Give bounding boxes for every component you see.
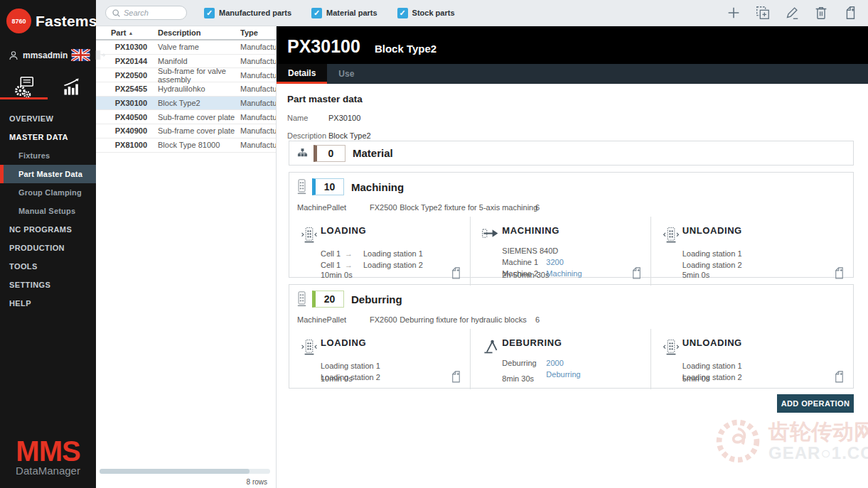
sidebar-item-help[interactable]: HELP <box>0 294 96 313</box>
cell-type: Manufactured <box>240 99 276 107</box>
cell-description: Hydraulilohko <box>147 85 240 93</box>
fixture-type: MachinePallet <box>297 315 368 324</box>
document-add-icon[interactable] <box>449 265 463 281</box>
program-link[interactable]: Machining <box>546 269 582 280</box>
edit-icon[interactable] <box>784 5 800 21</box>
step-title: LOADING <box>321 225 366 236</box>
operation-card-machining[interactable]: 10 Machining MachinePallet FX2500 Block … <box>289 172 854 278</box>
document-add-icon[interactable] <box>832 265 846 281</box>
operation-card-material[interactable]: 0 Material <box>289 141 854 166</box>
cell-description: Sub-frame cover plate <box>147 113 240 121</box>
table-row[interactable]: PX20500 Sub-frame for valve assembly Man… <box>96 68 276 82</box>
operation-header: 20 Deburring <box>289 285 853 308</box>
username-label: mmsadmin <box>23 50 68 60</box>
cell-part: PX40500 <box>96 113 147 121</box>
fixture-description: Deburring fixture for hydraulic blocks <box>400 315 527 324</box>
add-icon[interactable] <box>726 5 741 21</box>
document-add-icon[interactable] <box>630 265 643 281</box>
material-hierarchy-icon <box>297 148 308 158</box>
brand-logo: 8760 Fastems <box>0 0 96 33</box>
table-row[interactable]: PX81000 Block Type 81000 Manufactured <box>96 139 276 153</box>
fixture-row: MachinePallet FX2500 Block Type2 fixture… <box>289 195 853 217</box>
table-row[interactable]: PX25455 Hydraulilohko Manufactured <box>96 82 276 97</box>
duplicate-icon[interactable] <box>755 5 771 21</box>
sidebar-item-group-clamping[interactable]: Group Clamping <box>0 183 96 202</box>
step-duration: 10min 0s <box>321 271 353 279</box>
column-header-description[interactable]: Description <box>147 28 240 37</box>
fixture-count: 6 <box>535 315 540 324</box>
watermark-text-cn: 齿轮传动网 <box>768 420 868 443</box>
sidebar-item-nc-programs[interactable]: NC PROGRAMS <box>0 220 96 239</box>
tab-use[interactable]: Use <box>327 64 365 84</box>
operation-number: 20 <box>312 291 344 308</box>
mms-logo: MMS DataManager <box>0 439 96 477</box>
cell-description: Sub-frame cover plate <box>147 126 240 135</box>
sidebar-item-part-master-data[interactable]: Part Master Data <box>0 165 96 183</box>
field-value: Block Type2 <box>328 131 371 140</box>
cell-part: PX20500 <box>96 71 147 80</box>
add-operation-button[interactable]: ADD OPERATION <box>777 394 854 413</box>
sidebar-item-production[interactable]: PRODUCTION <box>0 239 96 257</box>
checkbox-checked-icon[interactable] <box>204 8 215 18</box>
brand-name: Fastems <box>36 13 97 30</box>
table-row[interactable]: PX40500 Sub-frame cover plate Manufactur… <box>96 110 276 124</box>
sort-ascending-icon <box>128 31 133 36</box>
checkbox-checked-icon[interactable] <box>311 8 322 18</box>
filter-material-parts[interactable]: Material parts <box>311 8 377 18</box>
sidebar-item-overview[interactable]: OVERVIEW <box>0 109 96 128</box>
detail-panel: PX30100 Block Type2 Details Use Part mas… <box>277 26 868 488</box>
table-row-selected[interactable]: PX30100 Block Type2 Manufactured <box>96 97 276 111</box>
filter-manufactured-parts[interactable]: Manufactured parts <box>204 8 291 18</box>
detail-header: PX30100 Block Type2 <box>277 26 868 64</box>
field-label: Description <box>287 131 328 140</box>
station-label: Loading station 1 <box>682 249 846 260</box>
table-row[interactable]: PX40900 Sub-frame cover plate Manufactur… <box>96 124 276 139</box>
scrollbar-thumb[interactable] <box>100 469 250 474</box>
module-datamanager[interactable] <box>0 74 48 99</box>
checkbox-checked-icon[interactable] <box>397 8 408 18</box>
machine-label: Machine 1 <box>502 257 546 269</box>
program-link[interactable]: 3200 <box>546 257 563 269</box>
sidebar-item-master-data[interactable]: MASTER DATA <box>0 128 96 146</box>
step-duration: 2h 50min 30s <box>502 271 549 279</box>
logout-icon[interactable] <box>94 49 106 61</box>
table-row[interactable]: PX10300 Valve frame Manufactured <box>96 40 276 55</box>
program-link[interactable]: 2000 <box>546 358 563 369</box>
search-input[interactable] <box>124 9 181 17</box>
cell-type: Manufactured <box>240 57 276 65</box>
module-monitoring[interactable] <box>48 74 95 99</box>
robot-arm-icon <box>479 337 502 354</box>
cell-part: PX25455 <box>96 85 147 93</box>
step-title: LOADING <box>321 337 366 348</box>
cell-from: Cell 1 <box>321 260 345 271</box>
document-add-icon[interactable] <box>449 369 463 384</box>
cell-description: Sub-frame for valve assembly <box>147 67 240 84</box>
tab-details[interactable]: Details <box>277 64 327 84</box>
horizontal-scrollbar[interactable] <box>100 469 270 474</box>
step-title: DEBURRING <box>502 337 562 348</box>
column-header-part[interactable]: Part <box>96 28 147 37</box>
datamanager-gears-icon <box>13 75 36 98</box>
sidebar-item-manual-setups[interactable]: Manual Setups <box>0 202 96 220</box>
cell-to: Loading station 1 <box>363 249 423 260</box>
mms-logo-title: MMS <box>0 439 96 463</box>
controller-label: SIEMENS 840D <box>502 246 643 257</box>
step-rows: Loading station 1 Loading station 2 <box>682 249 846 271</box>
document-add-icon[interactable] <box>832 369 846 384</box>
column-header-type[interactable]: Type <box>240 28 276 37</box>
search-box[interactable] <box>105 6 187 20</box>
program-link[interactable]: Deburring <box>546 369 580 381</box>
delete-icon[interactable] <box>813 5 829 21</box>
sidebar-item-settings[interactable]: SETTINGS <box>0 276 96 294</box>
language-flag-icon[interactable] <box>71 49 90 61</box>
sidebar-item-tools[interactable]: TOOLS <box>0 257 96 276</box>
filter-stock-parts[interactable]: Stock parts <box>397 8 455 18</box>
arrow-right-icon: → <box>345 260 363 271</box>
parts-table-header: Part Description Type <box>96 26 276 40</box>
brand-badge-8760: 8760 <box>6 9 31 33</box>
sidebar-item-fixtures[interactable]: Fixtures <box>0 146 96 165</box>
new-document-icon[interactable] <box>842 5 858 21</box>
cell-type: Manufactured <box>240 43 276 51</box>
operation-card-deburring[interactable]: 20 Deburring MachinePallet FX2600 Deburr… <box>289 284 854 389</box>
sidebar: 8760 Fastems mmsadmin <box>0 0 96 488</box>
